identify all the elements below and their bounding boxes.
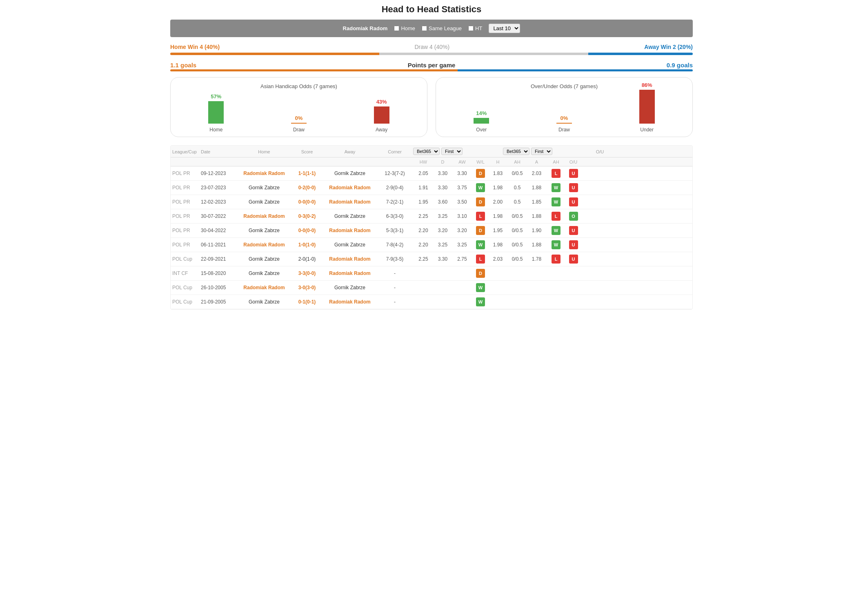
asian-handicap-bars: 57% Home 0% Draw 43% Away	[175, 96, 423, 133]
wdl-summary: Home Win 4 (40%) Draw 4 (40%) Away Win 2…	[170, 41, 693, 53]
col-header-league: League/Cup	[172, 148, 201, 155]
asian-handicap-panel: Asian Handicap Odds (7 games) 57% Home 0…	[170, 77, 427, 137]
cell-ah: 0/0.5	[507, 171, 527, 176]
cell-score: 3-0(3-0)	[291, 285, 323, 290]
cell-corner: -	[376, 270, 413, 276]
cell-wl: W	[472, 240, 489, 249]
cell-ah2: W	[546, 197, 566, 206]
cell-score: 0-1(0-1)	[291, 299, 323, 305]
cell-hw: 1.91	[413, 185, 434, 191]
filter-ht-checkbox[interactable]	[468, 26, 474, 31]
first-select-1[interactable]: First	[441, 148, 463, 155]
col-header-corner: Corner	[376, 148, 413, 155]
cell-ah2: L	[546, 212, 566, 221]
cell-home: Gornik Zabrze	[238, 299, 291, 305]
goals-away-segment	[458, 69, 693, 71]
ah-home-bar	[208, 101, 224, 124]
ah-away-bar-item: 43% Away	[374, 99, 389, 133]
cell-league: POL PR	[172, 185, 201, 191]
cell-hw: 2.05	[413, 171, 434, 176]
ah-away-label: Away	[376, 127, 387, 133]
badge-u: U	[569, 169, 578, 178]
cell-home: Radomiak Radom	[238, 213, 291, 219]
first-select-2[interactable]: First	[531, 148, 552, 155]
subheader-aw: AW	[452, 159, 472, 165]
cell-aw: 3.75	[452, 185, 472, 191]
cell-wl: L	[472, 255, 489, 264]
cell-hw: 2.25	[413, 213, 434, 219]
badge-u: U	[569, 226, 578, 235]
cell-a: 1.88	[527, 242, 546, 248]
cell-ah: 0/0.5	[507, 228, 527, 233]
cell-h: 1.98	[489, 213, 507, 219]
cell-away: Radomiak Radom	[323, 299, 376, 305]
subheader-h: H	[489, 159, 507, 165]
cell-corner: 2-9(0-4)	[376, 185, 413, 191]
cell-corner: -	[376, 285, 413, 290]
bet365-select-2[interactable]: Bet365	[503, 148, 529, 155]
cell-aw: 3.50	[452, 199, 472, 205]
badge-w: W	[476, 240, 485, 249]
over-under-panel: Over/Under Odds (7 games) 14% Over 0% Dr…	[436, 77, 693, 137]
badge-d: D	[476, 226, 485, 235]
ah-draw-label: Draw	[293, 127, 305, 133]
ou-draw-label: Draw	[558, 127, 570, 133]
badge-d: D	[476, 269, 485, 278]
cell-date: 22-09-2021	[201, 256, 238, 262]
cell-ou: U	[566, 255, 581, 264]
page-title: Head to Head Statistics	[170, 4, 693, 15]
cell-aw: 2.75	[452, 256, 472, 262]
cell-league: POL PR	[172, 228, 201, 233]
cell-a: 1.90	[527, 228, 546, 233]
cell-away: Gornik Zabrze	[323, 285, 376, 290]
cell-ou	[566, 299, 581, 305]
cell-corner: 7-8(4-2)	[376, 242, 413, 248]
ah-home-bar-item: 57% Home	[208, 93, 224, 133]
cell-away: Radomiak Radom	[323, 199, 376, 205]
cell-h: 1.83	[489, 171, 507, 176]
filter-ht-label[interactable]: HT	[468, 25, 482, 31]
cell-score: 2-0(1-0)	[291, 256, 323, 262]
bet365-select-1[interactable]: Bet365	[413, 148, 440, 155]
cell-home: Radomiak Radom	[238, 285, 291, 290]
subheader-ah2: AH	[546, 159, 566, 165]
badge-d: D	[476, 169, 485, 178]
ou-draw-bar	[556, 123, 572, 124]
last-n-select[interactable]: Last 5 Last 10 Last 20 All	[489, 24, 520, 33]
cell-h: 1.95	[489, 228, 507, 233]
ou-under-label: Under	[640, 127, 654, 133]
badge-l: L	[552, 255, 561, 264]
cell-ah: 0/0.5	[507, 213, 527, 219]
cell-corner: 7-2(2-1)	[376, 199, 413, 205]
filter-same-league-checkbox[interactable]	[422, 26, 427, 31]
cell-league: POL PR	[172, 199, 201, 205]
away-goals-label: 0.9 goals	[667, 62, 693, 69]
cell-wl: W	[472, 297, 489, 306]
bet365-group-2: Bet365 First	[503, 148, 593, 155]
cell-score: 0-0(0-0)	[291, 199, 323, 205]
cell-home: Gornik Zabrze	[238, 228, 291, 233]
cell-ah: 0.5	[507, 185, 527, 191]
cell-date: 12-02-2023	[201, 199, 238, 205]
cell-hw: 2.20	[413, 242, 434, 248]
cell-d: 3.30	[434, 185, 452, 191]
cell-score: 1-0(1-0)	[291, 242, 323, 248]
cell-home: Gornik Zabrze	[238, 199, 291, 205]
wdl-away-segment	[588, 53, 693, 55]
badge-o: O	[569, 212, 578, 221]
cell-aw: 3.30	[452, 171, 472, 176]
cell-league: POL PR	[172, 213, 201, 219]
cell-wl: D	[472, 197, 489, 206]
filter-home-checkbox[interactable]	[394, 26, 399, 31]
cell-league: POL Cup	[172, 285, 201, 290]
filter-home-label[interactable]: Home	[394, 25, 415, 31]
subheader-d: D	[434, 159, 452, 165]
cell-away: Radomiak Radom	[323, 228, 376, 233]
cell-a: 2.03	[527, 171, 546, 176]
table-row: POL PR 09-12-2023 Radomiak Radom 1-1(1-1…	[171, 166, 692, 181]
cell-league: POL PR	[172, 242, 201, 248]
badge-w: W	[476, 183, 485, 192]
cell-ah2	[546, 270, 566, 277]
filter-same-league-label[interactable]: Same League	[422, 25, 462, 31]
cell-corner: -	[376, 299, 413, 305]
